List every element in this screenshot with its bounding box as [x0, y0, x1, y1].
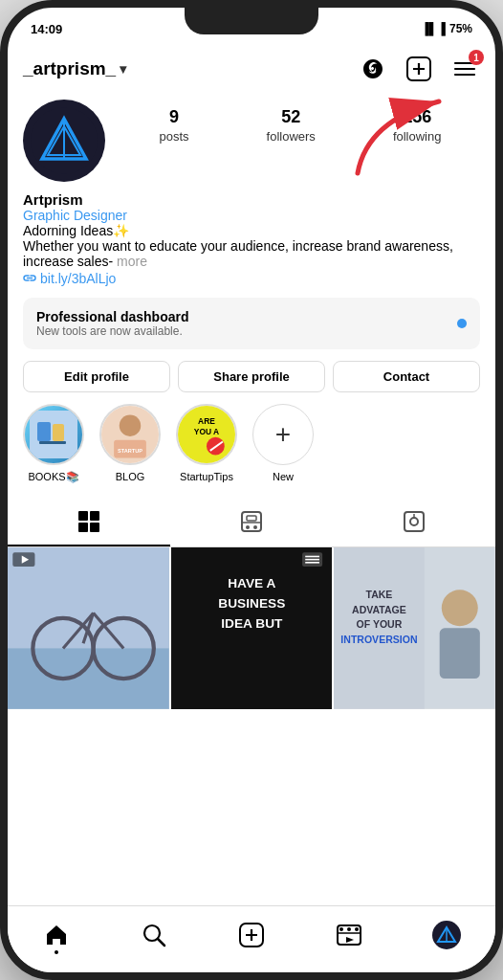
nav-home[interactable] — [35, 914, 77, 956]
following-stat[interactable]: 156 following — [393, 107, 442, 145]
display-name: Artprism — [23, 191, 480, 208]
dashboard-indicator — [457, 319, 467, 328]
grid-icon — [77, 510, 100, 533]
edit-profile-button[interactable]: Edit profile — [23, 361, 170, 392]
svg-text:BUSINESS: BUSINESS — [218, 596, 285, 611]
followers-count: 52 — [267, 107, 316, 127]
following-label: following — [393, 129, 442, 144]
highlight-circle-books — [23, 404, 84, 465]
svg-marker-71 — [346, 937, 354, 943]
highlight-label-new: New — [273, 471, 294, 482]
nav-search[interactable] — [133, 914, 175, 956]
reels-nav-icon — [337, 923, 361, 947]
link-icon — [23, 272, 36, 285]
grid-img-3: TAKE ADVATAGE OF YOUR INTROVERSION — [334, 547, 495, 709]
posts-count: 9 — [160, 107, 189, 127]
add-icon — [406, 56, 431, 81]
svg-rect-26 — [78, 523, 88, 532]
screen-content: _artprism_ ▾ — [8, 46, 495, 972]
add-post-button[interactable] — [404, 54, 434, 84]
phone-frame: 14:09 ▐▌▐ 75% _artprism_ ▾ — [0, 0, 503, 980]
dashboard-text: Professional dashboard New tools are now… — [36, 309, 188, 338]
svg-point-31 — [246, 525, 250, 529]
svg-rect-37 — [8, 648, 169, 708]
posts-stat[interactable]: 9 posts — [160, 107, 189, 145]
svg-text:ARE: ARE — [198, 416, 215, 426]
nav-avatar-logo — [436, 924, 457, 946]
professional-dashboard[interactable]: Professional dashboard New tools are now… — [23, 298, 480, 349]
grid-item-3[interactable]: TAKE ADVATAGE OF YOUR INTROVERSION — [334, 547, 495, 709]
svg-line-62 — [158, 939, 164, 946]
svg-point-16 — [120, 414, 142, 436]
username-row[interactable]: _artprism_ ▾ — [23, 58, 126, 79]
svg-point-67 — [339, 927, 343, 931]
stats-row: 9 posts 52 followers 156 following — [120, 100, 480, 145]
share-profile-button[interactable]: Share profile — [178, 361, 325, 392]
highlight-startuptips[interactable]: ARE YOU A StartupTips — [176, 404, 237, 483]
menu-button[interactable]: 1 — [449, 54, 480, 84]
dashboard-subtitle: New tools are now available. — [36, 324, 188, 338]
action-buttons: Edit profile Share profile Contact — [8, 361, 495, 392]
chevron-down-icon: ▾ — [120, 61, 126, 77]
bio-link[interactable]: bit.ly/3bAlLjo — [23, 271, 480, 286]
highlight-circle-blog: STARTUP — [99, 404, 161, 465]
followers-stat[interactable]: 52 followers — [267, 107, 316, 145]
svg-rect-12 — [37, 422, 51, 441]
highlight-new[interactable]: + New — [252, 404, 314, 483]
nav-reels[interactable] — [328, 914, 370, 956]
plus-icon: + — [275, 421, 291, 448]
svg-text:IDEA BUT: IDEA BUT — [221, 616, 283, 631]
threads-button[interactable] — [358, 54, 388, 84]
svg-rect-27 — [90, 523, 99, 532]
svg-text:ADVATAGE: ADVATAGE — [352, 604, 406, 615]
job-title[interactable]: Graphic Designer — [23, 208, 480, 223]
svg-text:STARTUP: STARTUP — [118, 448, 142, 454]
tab-reels[interactable] — [170, 499, 333, 546]
bottom-nav — [8, 905, 495, 972]
svg-rect-24 — [78, 511, 88, 521]
svg-point-34 — [410, 518, 418, 525]
svg-rect-28 — [242, 512, 261, 531]
bio-more[interactable]: more — [117, 254, 147, 269]
bio-line2: Whether you want to educate your audienc… — [23, 238, 480, 269]
svg-text:YOU A: YOU A — [194, 427, 219, 436]
tagged-icon — [403, 510, 426, 533]
bio-link-text: bit.ly/3bAlLjo — [40, 271, 116, 286]
tabs-row — [8, 499, 495, 547]
svg-point-32 — [253, 525, 257, 529]
books-thumbnail — [30, 411, 77, 458]
notification-badge: 1 — [469, 50, 484, 65]
nav-profile[interactable] — [426, 914, 468, 956]
svg-text:OF YOUR: OF YOUR — [357, 618, 403, 630]
grid-item-1[interactable] — [8, 547, 169, 709]
bio-line1: Adorning Ideas✨ — [23, 223, 480, 238]
highlight-circle-startuptips: ARE YOU A — [176, 404, 237, 465]
svg-text:HAVE A: HAVE A — [228, 576, 275, 590]
home-icon — [44, 923, 69, 947]
status-icons: ▐▌▐ 75% — [421, 22, 472, 35]
svg-point-68 — [347, 927, 351, 931]
svg-rect-13 — [53, 424, 64, 441]
nav-add[interactable] — [230, 914, 273, 956]
tab-tagged[interactable] — [333, 499, 495, 546]
battery-icon: 75% — [449, 22, 472, 35]
add-nav-icon — [239, 923, 264, 947]
header-icons: 1 — [358, 54, 480, 84]
highlight-blog[interactable]: STARTUP BLOG — [99, 404, 161, 483]
svg-text:INTROVERSION: INTROVERSION — [341, 634, 418, 645]
dashboard-title: Professional dashboard — [36, 309, 188, 324]
ig-header: _artprism_ ▾ — [8, 46, 495, 92]
tab-grid[interactable] — [8, 499, 170, 546]
highlight-books[interactable]: BOOKS📚 — [23, 404, 84, 483]
username-text: _artprism_ — [23, 58, 116, 79]
avatar[interactable] — [23, 100, 105, 182]
svg-rect-29 — [247, 516, 256, 521]
highlight-label-startuptips: StartupTips — [180, 471, 233, 482]
svg-point-59 — [442, 590, 478, 626]
contact-button[interactable]: Contact — [333, 361, 480, 392]
svg-rect-25 — [90, 511, 99, 521]
threads-icon — [361, 57, 384, 80]
grid-item-2[interactable]: HAVE A BUSINESS IDEA BUT — [171, 547, 333, 709]
blog-thumbnail: STARTUP — [101, 404, 159, 465]
reels-icon — [240, 510, 263, 533]
